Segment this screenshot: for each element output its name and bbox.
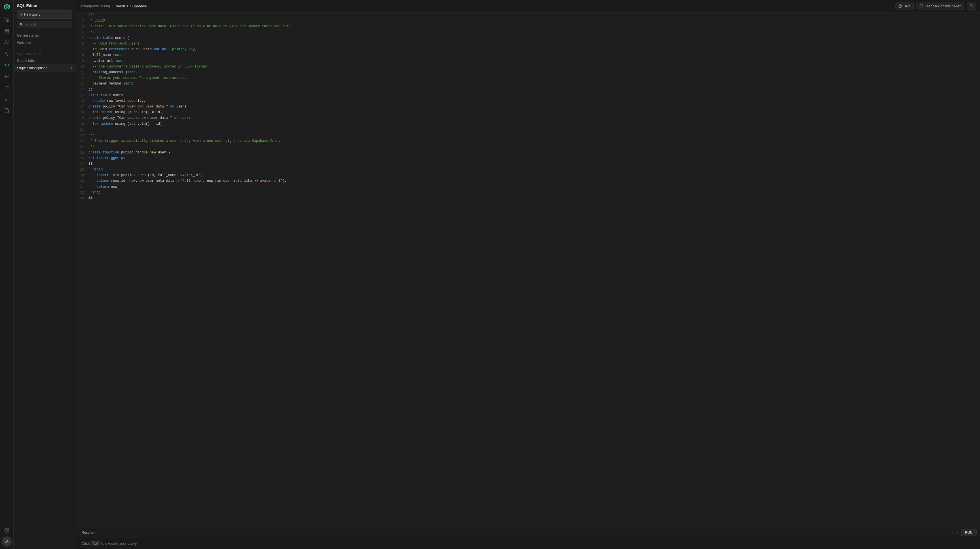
results-label: Results bbox=[82, 531, 93, 535]
breadcrumb-org: erondpowell's Org bbox=[81, 4, 110, 8]
feedback-label: Feedback on this page? bbox=[925, 4, 961, 8]
favorite-button[interactable]: ♡ bbox=[951, 530, 955, 535]
top-actions: Help Feedback on this page? bbox=[895, 2, 975, 11]
code-line-18: 18 for select using (auth.uid() = id); bbox=[76, 110, 980, 115]
code-line-26: 26 returns trigger as bbox=[76, 156, 980, 161]
breadcrumb-separator: / bbox=[112, 4, 113, 8]
code-line-21: 21 bbox=[76, 127, 980, 133]
left-panel: SQL Editor + New query 🔍 Getting started… bbox=[14, 0, 76, 549]
results-chevron-icon: ▾ bbox=[94, 531, 95, 534]
results-content: Click RUN to execute your query. bbox=[76, 538, 980, 549]
code-editor[interactable]: 1 /** 2 * USERS 3 * Note: This table con… bbox=[76, 13, 980, 527]
code-line-23: 23 * This trigger automatically creates … bbox=[76, 138, 980, 144]
results-button[interactable]: Results ▾ bbox=[80, 530, 98, 536]
code-line-2: 2 * USERS bbox=[76, 18, 980, 24]
code-line-13: 13 payment_method jsonb bbox=[76, 81, 980, 87]
code-line-25: 25 create function public.handle_new_use… bbox=[76, 150, 980, 156]
code-line-24: 24 */ bbox=[76, 144, 980, 150]
hint-rest: to execute your query. bbox=[101, 541, 138, 546]
nav-editor-icon[interactable] bbox=[2, 60, 12, 70]
code-line-19: 19 create policy "Can update own user da… bbox=[76, 115, 980, 121]
sidebar-item-create-table[interactable]: Create table bbox=[14, 57, 76, 64]
svg-point-17 bbox=[6, 530, 7, 531]
code-line-4: 4 */ bbox=[76, 30, 980, 35]
results-left: Results ▾ bbox=[80, 530, 98, 536]
code-line-27: 27 $$ bbox=[76, 161, 980, 167]
code-line-15: 15 alter table users bbox=[76, 93, 980, 99]
nav-table-icon[interactable] bbox=[2, 26, 12, 36]
nav-file-icon[interactable] bbox=[2, 105, 12, 116]
plus-icon: + bbox=[20, 12, 22, 17]
breadcrumb-project: Directus+Supabase bbox=[115, 4, 147, 8]
nav-home-icon[interactable] bbox=[2, 15, 12, 25]
code-line-14: 14 ); bbox=[76, 87, 980, 92]
code-line-9: 9 avatar_url text, bbox=[76, 59, 980, 64]
breadcrumb: erondpowell's Org / Directus+Supabase bbox=[81, 4, 147, 8]
app-logo bbox=[2, 2, 11, 11]
new-query-label: New query bbox=[24, 13, 40, 16]
nav-inbox-icon[interactable] bbox=[2, 49, 12, 59]
hint-run-keyword: RUN bbox=[91, 541, 100, 546]
code-line-3: 3 * Note: This table contains user data.… bbox=[76, 24, 980, 30]
code-line-7: 7 id uuid references auth.users not null… bbox=[76, 47, 980, 53]
help-label: Help bbox=[904, 4, 910, 8]
dropdown-chevron-icon[interactable]: ▾ bbox=[957, 531, 958, 534]
code-line-30: 30 values (new.id, new.raw_user_meta_dat… bbox=[76, 178, 980, 184]
sidebar-item-stripe-subscriptions[interactable]: Stripe Subscriptions ▾ bbox=[14, 64, 76, 72]
results-right: ♡ ▾ RUN bbox=[951, 529, 977, 536]
help-icon bbox=[898, 4, 902, 8]
code-line-16: 16 enable row level security; bbox=[76, 99, 980, 104]
code-line-33: 33 $$ bbox=[76, 196, 980, 201]
nav-chart-icon[interactable] bbox=[2, 94, 12, 104]
code-line-11: 11 billing_address jsonb, bbox=[76, 70, 980, 75]
search-box: 🔍 bbox=[17, 21, 72, 29]
divider bbox=[17, 49, 72, 49]
hint-click: Click bbox=[82, 541, 90, 546]
new-query-button[interactable]: + New query bbox=[17, 10, 72, 19]
code-line-28: 28 begin bbox=[76, 167, 980, 173]
user-avatar[interactable] bbox=[2, 536, 12, 547]
code-line-29: 29 insert into public.users (id, full_na… bbox=[76, 173, 980, 178]
nav-settings-icon[interactable] bbox=[2, 525, 12, 535]
sidebar-item-getting-started[interactable]: Getting started bbox=[14, 32, 76, 39]
run-button[interactable]: RUN bbox=[961, 529, 977, 536]
svg-point-7 bbox=[5, 41, 7, 42]
panel-title: SQL Editor bbox=[14, 0, 76, 10]
chevron-icon: ▾ bbox=[71, 66, 72, 70]
snippets-label: SQL snippets bbox=[14, 51, 76, 57]
code-line-32: 32 end; bbox=[76, 190, 980, 196]
svg-rect-3 bbox=[5, 29, 9, 33]
notification-button[interactable] bbox=[967, 2, 975, 11]
svg-point-18 bbox=[6, 540, 7, 541]
nav-functions-icon[interactable] bbox=[2, 72, 12, 82]
sidebar-item-welcome[interactable]: Welcome bbox=[14, 39, 76, 46]
icon-sidebar bbox=[0, 0, 14, 549]
code-line-12: 12 -- Stores your customer's payment ins… bbox=[76, 75, 980, 81]
search-input[interactable] bbox=[25, 23, 70, 27]
code-line-22: 22 /** bbox=[76, 133, 980, 138]
code-line-20: 20 for update using (auth.uid() = id); bbox=[76, 121, 980, 127]
nav-list-icon[interactable] bbox=[2, 83, 12, 93]
code-line-6: 6 -- UUID from auth.users bbox=[76, 41, 980, 47]
bell-icon bbox=[969, 4, 973, 8]
nav-users-icon[interactable] bbox=[2, 37, 12, 48]
code-line-8: 8 full_name text, bbox=[76, 53, 980, 58]
help-button[interactable]: Help bbox=[895, 3, 914, 10]
search-icon: 🔍 bbox=[19, 23, 24, 27]
top-bar: erondpowell's Org / Directus+Supabase He… bbox=[76, 0, 980, 13]
code-line-31: 31 return new; bbox=[76, 184, 980, 190]
results-bar: Results ▾ ♡ ▾ RUN bbox=[76, 527, 980, 538]
main-content: erondpowell's Org / Directus+Supabase He… bbox=[76, 0, 980, 549]
feedback-icon bbox=[920, 4, 923, 8]
feedback-button[interactable]: Feedback on this page? bbox=[916, 3, 964, 10]
code-line-17: 17 create policy "Can view own user data… bbox=[76, 104, 980, 110]
code-line-10: 10 -- The customer's billing address, st… bbox=[76, 64, 980, 70]
code-line-1: 1 /** bbox=[76, 13, 980, 18]
code-line-5: 5 create table users ( bbox=[76, 35, 980, 41]
